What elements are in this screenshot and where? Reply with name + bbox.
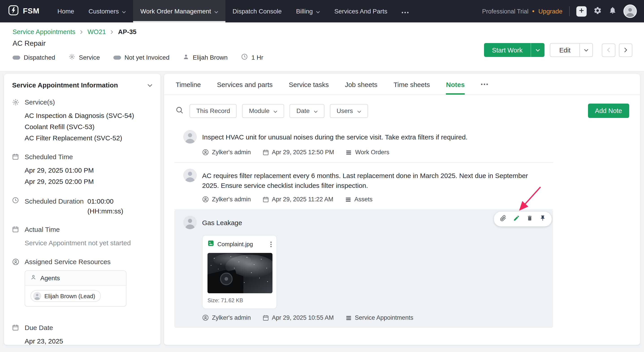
clock-icon — [241, 53, 248, 62]
note-timestamp: Apr 29, 2025 12:50 PM — [262, 149, 334, 156]
pin-icon — [540, 215, 546, 223]
add-note-button[interactable]: Add Note — [588, 104, 629, 118]
quick-add-button[interactable] — [576, 6, 587, 16]
previous-record-button[interactable] — [602, 43, 615, 57]
filter-module-dropdown[interactable]: Module — [242, 104, 284, 118]
avatar — [183, 216, 197, 229]
start-work-button[interactable]: Start Work — [484, 43, 530, 57]
avatar — [183, 130, 197, 144]
note-text: Gas Leakage — [202, 216, 242, 229]
badge-label: Elijah Brown — [193, 54, 228, 61]
agent-icon — [30, 274, 36, 282]
note-timestamp-label: Apr 29, 2025 12:50 PM — [272, 149, 334, 156]
note-module: Service Appointments — [345, 314, 413, 321]
scheduled-duration-section: Scheduled Duration 01:00:00 (HH:mm:ss) — [12, 196, 152, 216]
record-pager — [602, 43, 632, 57]
tab-notes[interactable]: Notes — [446, 74, 465, 95]
scheduled-time-section: Scheduled Time Apr 29, 2025 01:00 PM Apr… — [12, 153, 152, 187]
status-badge-dispatched: Dispatched — [12, 54, 55, 61]
upgrade-link[interactable]: Upgrade — [538, 8, 562, 15]
attachment-card: Complaint.jpg — [202, 235, 277, 309]
due-date-value: Apr 23, 2025 — [25, 335, 63, 345]
badge-assigned-agent: Elijah Brown — [183, 54, 228, 61]
agent-chip-elijah-brown[interactable]: Elijah Brown (Lead) — [30, 290, 101, 302]
avatar — [33, 292, 41, 300]
note-timestamp-label: Apr 29, 2025 10:55 AM — [272, 314, 334, 321]
fsm-logo[interactable]: FSM — [8, 0, 40, 23]
note-author: Zylker's admin — [202, 314, 251, 321]
scheduled-end: Apr 29, 2025 02:00 PM — [25, 176, 94, 187]
services-label: Service(s) — [25, 98, 134, 106]
navbar-right-cluster: Professional Trial Upgrade — [482, 0, 637, 23]
nav-item-home[interactable]: Home — [50, 0, 81, 23]
delete-note-button[interactable] — [526, 215, 533, 223]
person-icon — [183, 54, 189, 61]
filter-this-record[interactable]: This Record — [190, 104, 237, 118]
nav-item-billing[interactable]: Billing — [289, 0, 327, 23]
filter-label: Module — [249, 107, 270, 114]
scheduled-duration-format: (HH:mm:ss) — [88, 206, 123, 216]
services-icon — [12, 98, 19, 144]
filter-date-dropdown[interactable]: Date — [290, 104, 324, 118]
tabs-more-button[interactable] — [481, 74, 488, 95]
vertical-divider — [569, 6, 570, 16]
edit-button[interactable]: Edit — [550, 44, 580, 57]
search-icon — [176, 106, 183, 116]
detail-tabs: Timeline Services and parts Service task… — [164, 74, 640, 95]
settings-button[interactable] — [593, 6, 602, 16]
edit-note-button[interactable] — [513, 215, 520, 223]
nav-item-services-and-parts[interactable]: Services And Parts — [327, 0, 394, 23]
tab-time-sheets[interactable]: Time sheets — [394, 74, 430, 95]
nav-item-customers[interactable]: Customers — [81, 0, 133, 23]
attachment-thumbnail[interactable] — [208, 253, 272, 293]
panel-title: Service Appointment Information — [12, 81, 118, 89]
content-area: Service Appointment Information Service(… — [0, 72, 644, 352]
note-timestamp: Apr 29, 2025 10:55 AM — [262, 314, 334, 321]
calendar-icon — [12, 153, 19, 187]
filter-users-dropdown[interactable]: Users — [330, 104, 368, 118]
notes-filter-row: This Record Module Date Users Add Note — [176, 104, 629, 118]
note-text: Inspect HVAC unit for unusual noises dur… — [202, 130, 468, 144]
user-avatar[interactable] — [624, 5, 637, 18]
tab-service-tasks[interactable]: Service tasks — [289, 74, 329, 95]
next-record-button[interactable] — [619, 43, 632, 57]
tab-services-and-parts[interactable]: Services and parts — [217, 74, 272, 95]
service-item: AC Filter Replacement (SVC-52) — [25, 132, 134, 144]
attach-file-button[interactable] — [500, 215, 506, 223]
collapse-panel-icon[interactable] — [148, 81, 152, 89]
gear-icon — [593, 6, 602, 16]
more-icon — [402, 8, 409, 15]
tab-job-sheets[interactable]: Job sheets — [345, 74, 377, 95]
actual-time-value: Service Appointment not yet started — [25, 237, 131, 248]
nav-item-dispatch-console[interactable]: Dispatch Console — [226, 0, 289, 23]
chevron-down-icon — [274, 107, 278, 114]
due-date-label: Due Date — [25, 324, 63, 331]
nav-item-work-order-management[interactable]: Work Order Management — [133, 0, 225, 23]
edit-button-group: Edit — [550, 43, 593, 57]
edit-dropdown-button[interactable] — [580, 44, 592, 57]
pin-note-button[interactable] — [540, 215, 546, 223]
calendar-icon — [12, 324, 19, 345]
nav-label: Services And Parts — [334, 8, 388, 15]
filter-label: This Record — [196, 107, 230, 114]
chevron-down-icon — [357, 107, 361, 114]
paperclip-icon — [500, 215, 506, 223]
notifications-button[interactable] — [608, 6, 617, 16]
tab-timeline[interactable]: Timeline — [176, 74, 201, 95]
breadcrumb-service-appointments[interactable]: Service Appointments — [12, 28, 76, 36]
image-file-icon — [208, 240, 214, 248]
note-module-label: Work Orders — [355, 149, 390, 156]
breadcrumb-wo21[interactable]: WO21 — [88, 28, 106, 36]
trash-icon — [526, 215, 533, 223]
scheduled-time-label: Scheduled Time — [25, 153, 94, 161]
attachment-menu-button[interactable] — [270, 241, 272, 247]
start-work-button-group: Start Work — [484, 43, 544, 57]
search-button[interactable] — [176, 106, 183, 116]
badge-label: 1 Hr — [252, 54, 263, 61]
scheduled-duration-value: 01:00:00 — [88, 196, 123, 206]
nav-label: Dispatch Console — [232, 8, 282, 15]
attachment-filename: Complaint.jpg — [217, 241, 267, 247]
start-work-dropdown-button[interactable] — [530, 43, 544, 57]
record-detail-card: Timeline Services and parts Service task… — [164, 74, 640, 345]
nav-more-menu[interactable] — [394, 0, 416, 23]
